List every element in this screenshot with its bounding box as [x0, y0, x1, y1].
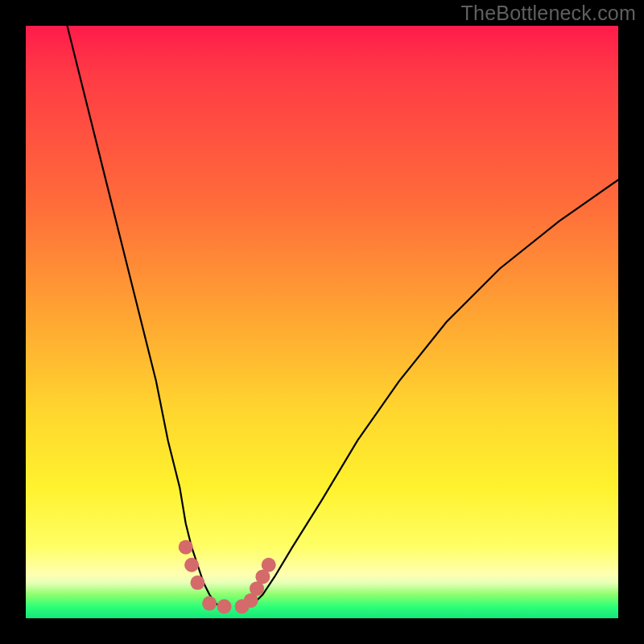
highlight-dot [202, 597, 217, 611]
watermark-text: TheBottleneck.com [461, 2, 636, 25]
highlight-dot [217, 599, 232, 613]
highlight-dot [184, 558, 199, 572]
chart-frame: TheBottleneck.com [0, 0, 644, 644]
plot-area [26, 26, 618, 618]
left-curve [68, 26, 221, 606]
highlight-dot [179, 540, 193, 555]
highlight-dot [262, 558, 276, 572]
curve-layer [26, 26, 618, 618]
right-curve [251, 180, 618, 606]
highlight-dot [190, 576, 204, 590]
